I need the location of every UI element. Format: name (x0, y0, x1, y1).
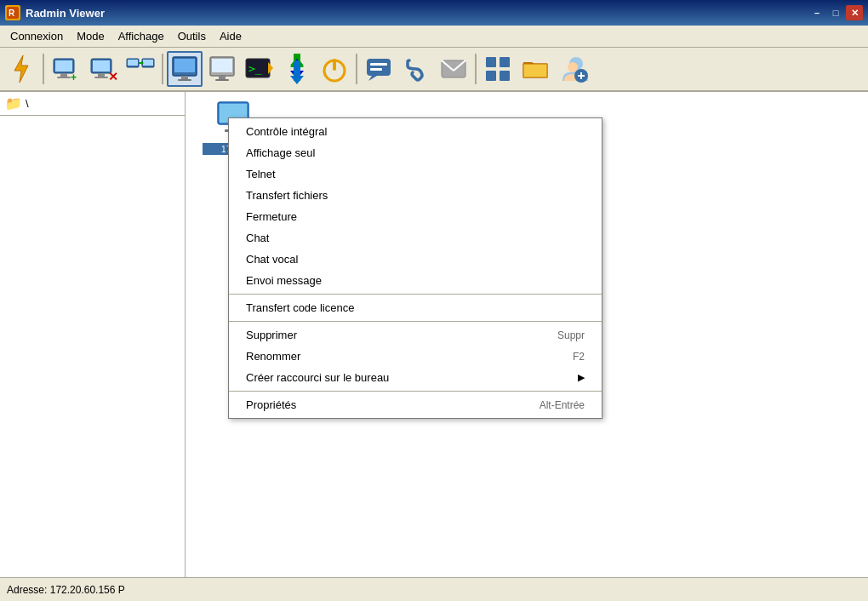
status-address-label: Adresse: (7, 584, 47, 596)
svg-rect-14 (128, 60, 138, 66)
ctx-renommer-shortcut: F2 (573, 351, 585, 363)
right-panel: 172.2... Contrôle intégral Affichage seu… (186, 92, 868, 577)
svg-rect-47 (523, 64, 547, 77)
svg-rect-38 (370, 63, 387, 66)
grid-button[interactable] (480, 51, 516, 87)
svg-rect-25 (219, 76, 226, 79)
power-button[interactable] (317, 51, 352, 87)
status-bar: Adresse: 172.20.60.156 P (0, 577, 868, 601)
fullcontrol-button[interactable] (167, 51, 203, 87)
svg-rect-43 (486, 57, 496, 67)
menu-mode[interactable]: Mode (70, 27, 111, 45)
svg-point-49 (568, 62, 578, 72)
svg-text:+: + (71, 72, 77, 83)
svg-rect-36 (367, 59, 391, 76)
svg-marker-37 (368, 76, 377, 81)
menu-aide[interactable]: Aide (213, 27, 248, 45)
close-button[interactable]: ✕ (846, 5, 863, 20)
ctx-telnet[interactable]: Telnet (229, 163, 602, 185)
restore-button[interactable]: □ (827, 5, 844, 20)
ctx-sep-1 (229, 294, 602, 295)
menu-connexion[interactable]: Connexion (3, 27, 70, 45)
svg-marker-2 (14, 55, 28, 83)
svg-rect-22 (178, 79, 191, 81)
folder-bar: 📁 \ (0, 92, 185, 116)
window-controls: – □ ✕ (808, 5, 863, 20)
svg-rect-35 (333, 59, 336, 71)
folder-icon: 📁 (5, 95, 22, 112)
ctx-sep-2 (229, 321, 602, 322)
ctx-chat[interactable]: Chat (229, 227, 602, 249)
svg-rect-10 (98, 73, 105, 77)
telnet-button[interactable]: >_ (242, 51, 277, 87)
svg-text:✕: ✕ (108, 70, 118, 83)
svg-rect-21 (181, 76, 188, 79)
svg-rect-45 (486, 71, 496, 81)
svg-rect-5 (60, 73, 67, 77)
menu-affichage[interactable]: Affichage (111, 27, 171, 45)
left-panel: 📁 \ (0, 92, 186, 577)
toolbar-sep-3 (356, 54, 357, 84)
remove-computer-button[interactable]: ✕ (85, 51, 121, 87)
message-button[interactable] (436, 51, 471, 87)
svg-rect-24 (212, 59, 232, 72)
toolbar-sep-2 (162, 54, 163, 84)
main-area: 📁 \ 172.2... Contrôle intégral (0, 92, 868, 577)
window-title: Radmin Viewer (26, 7, 808, 20)
svg-text:R: R (9, 9, 15, 18)
context-menu: Contrôle intégral Affichage seul Telnet … (228, 117, 602, 419)
folder-path: \ (26, 97, 29, 110)
ctx-proprietes[interactable]: Propriétés Alt-Entrée (229, 394, 602, 415)
menu-outils[interactable]: Outils (171, 27, 213, 45)
ctx-envoi-message[interactable]: Envoi message (229, 270, 602, 291)
svg-rect-6 (57, 77, 71, 78)
svg-rect-9 (93, 60, 110, 72)
ctx-renommer[interactable]: Renommer F2 (229, 346, 602, 367)
connect-button[interactable] (123, 51, 158, 87)
ctx-supprimer-shortcut: Suppr (557, 329, 585, 341)
svg-rect-16 (143, 60, 153, 66)
lightning-button[interactable] (3, 51, 39, 87)
folder-button[interactable] (517, 51, 553, 87)
toolbar: + ✕ (0, 48, 868, 92)
svg-rect-20 (174, 59, 195, 72)
ctx-sep-3 (229, 391, 602, 392)
status-extra: P (118, 584, 125, 596)
toolbar-sep-1 (43, 54, 44, 84)
toolbar-sep-4 (475, 54, 477, 84)
status-address-value: 172.20.60.156 (50, 584, 116, 596)
app-icon: R (5, 5, 20, 20)
user-button[interactable] (555, 51, 591, 87)
svg-rect-11 (94, 77, 108, 78)
ctx-fermeture[interactable]: Fermeture (229, 206, 602, 227)
ctx-creer-raccourci[interactable]: Créer raccourci sur le bureau ▶ (229, 367, 602, 388)
ctx-controle-integral[interactable]: Contrôle intégral (229, 121, 602, 142)
svg-rect-46 (500, 71, 510, 81)
svg-text:>_: >_ (248, 62, 262, 75)
ctx-chat-vocal[interactable]: Chat vocal (229, 249, 602, 270)
ctx-transfert-code[interactable]: Transfert code licence (229, 297, 602, 318)
ctx-proprietes-shortcut: Alt-Entrée (540, 399, 585, 411)
ctx-creer-raccourci-arrow: ▶ (578, 372, 585, 383)
svg-rect-4 (55, 60, 72, 72)
svg-marker-29 (268, 62, 273, 74)
ctx-transfert-fichiers[interactable]: Transfert fichiers (229, 185, 602, 206)
add-computer-button[interactable]: + (48, 51, 83, 87)
minimize-button[interactable]: – (808, 5, 825, 20)
phone-button[interactable] (398, 51, 434, 87)
svg-rect-44 (500, 57, 510, 67)
svg-rect-39 (370, 68, 382, 71)
ctx-supprimer[interactable]: Supprimer Suppr (229, 324, 602, 346)
chat-button[interactable] (361, 51, 397, 87)
transfer-button[interactable] (279, 51, 315, 87)
ctx-affichage-seul[interactable]: Affichage seul (229, 142, 602, 163)
view-button[interactable] (204, 51, 240, 87)
title-bar: R Radmin Viewer – □ ✕ (0, 0, 868, 26)
svg-rect-26 (215, 79, 229, 81)
menu-bar: Connexion Mode Affichage Outils Aide (0, 26, 868, 48)
